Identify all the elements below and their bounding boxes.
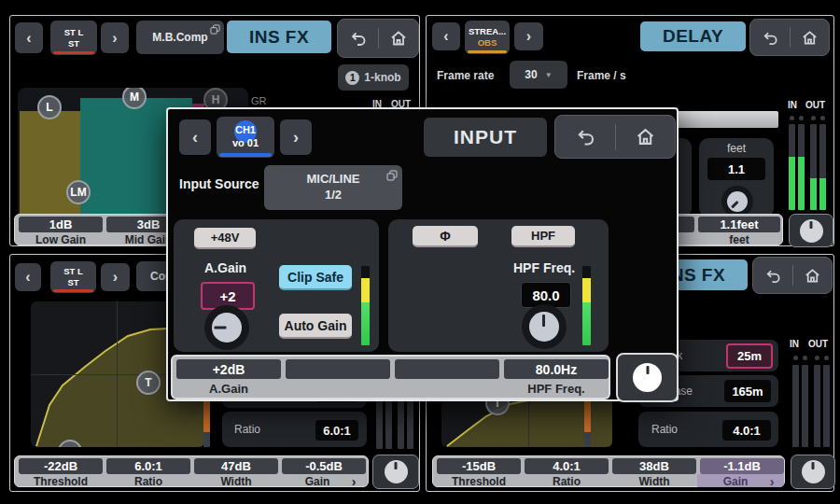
undo-icon[interactable]: [760, 28, 779, 48]
home-icon[interactable]: [634, 125, 657, 148]
prev-channel-button[interactable]: ‹: [15, 22, 43, 53]
knob-icon: [385, 460, 408, 483]
attack-value[interactable]: 25m: [726, 343, 773, 369]
chevron-right-icon: ›: [113, 269, 118, 286]
feet-knob[interactable]: [721, 186, 753, 217]
hpf-freq-knob[interactable]: [522, 304, 567, 349]
param-cell-threshold[interactable]: -15dB: [437, 458, 521, 474]
screen-title-delay[interactable]: DELAY: [640, 21, 746, 51]
release-value[interactable]: 165m: [724, 380, 771, 402]
param-cell-hpf[interactable]: 80.0Hz: [504, 359, 609, 379]
prev-channel-button[interactable]: ‹: [15, 263, 41, 291]
next-channel-button[interactable]: ›: [514, 22, 543, 50]
touch-knob-button[interactable]: [791, 455, 835, 489]
one-knob-badge-icon: 1: [345, 71, 359, 85]
ratio-label: Ratio: [651, 423, 678, 436]
ratio-value[interactable]: 4.0:1: [722, 420, 771, 441]
param-cell-low-gain[interactable]: 1dB: [19, 217, 103, 232]
in-meter-l: [789, 124, 795, 210]
param-label-width: Width: [612, 475, 696, 488]
undo-icon[interactable]: [573, 125, 596, 148]
system-buttons: [749, 19, 830, 56]
divider: [615, 124, 616, 150]
one-knob-button[interactable]: 1 1-knob: [338, 64, 409, 91]
touch-knob-button[interactable]: [372, 455, 419, 489]
param-cell-gain[interactable]: -0.5dB: [282, 458, 366, 474]
out-meter-r: [823, 365, 830, 447]
out-meter-l: [810, 124, 817, 210]
threshold-marker[interactable]: T: [136, 371, 161, 395]
next-channel-button[interactable]: ›: [101, 22, 129, 53]
touch-knob-button[interactable]: [789, 214, 833, 247]
feet-value[interactable]: 1.1: [707, 158, 765, 180]
out-meter-l: [814, 365, 820, 447]
input-modal: ‹ CH1 vo 01 › INPUT Input Source MIC/LIN…: [166, 107, 679, 401]
prev-channel-button[interactable]: ‹: [179, 119, 211, 155]
in-meter-r: [802, 365, 808, 447]
hpf-button[interactable]: HPF: [511, 226, 575, 247]
frame-rate-dropdown[interactable]: 30 ▼: [510, 61, 567, 89]
next-channel-button[interactable]: ›: [280, 119, 312, 155]
analog-gain-card: +48V A.Gain +2 Clip Safe Auto Gain: [174, 219, 379, 352]
chevron-right-icon: ›: [526, 28, 531, 45]
channel-select-button[interactable]: ST L ST: [50, 261, 96, 293]
ratio-value[interactable]: 6.0:1: [315, 420, 358, 441]
param-label-threshold: Threshold: [437, 475, 521, 488]
chevron-left-icon: ‹: [26, 30, 31, 47]
modal-title: INPUT: [424, 118, 547, 157]
low-gain-marker[interactable]: L: [37, 95, 62, 119]
param-cell-ratio[interactable]: 6.0:1: [106, 458, 190, 474]
chevron-right-icon[interactable]: ›: [765, 474, 778, 489]
param-cell[interactable]: [286, 359, 390, 379]
clip-safe-button[interactable]: Clip Safe: [279, 265, 352, 290]
dropdown-arrow-icon: ▼: [545, 71, 553, 79]
knob-icon: [800, 219, 823, 243]
chevron-left-icon: ‹: [192, 128, 198, 147]
prev-channel-button[interactable]: ‹: [432, 22, 460, 50]
param-bar: -22dB 6.0:1 47dB -0.5dB Threshold Ratio …: [14, 455, 369, 487]
in-meter-r: [798, 124, 805, 210]
again-knob[interactable]: [204, 305, 249, 350]
param-cell-ratio[interactable]: 4.0:1: [525, 458, 609, 474]
in-label: IN: [790, 339, 799, 349]
home-icon[interactable]: [803, 266, 822, 286]
fx-preset-button[interactable]: M.B.Comp: [136, 21, 224, 54]
undo-icon[interactable]: [347, 28, 368, 49]
phantom-power-button[interactable]: +48V: [194, 228, 256, 249]
channel-color-bar: [53, 289, 93, 292]
channel-select-button[interactable]: ST L ST: [50, 21, 97, 55]
param-cell-gain-selected[interactable]: -1.1dB: [700, 458, 784, 474]
out-label: OUT: [805, 100, 825, 110]
phase-button[interactable]: Φ: [413, 226, 478, 247]
next-channel-button[interactable]: ›: [101, 263, 130, 291]
param-cell-width[interactable]: 38dB: [612, 458, 696, 474]
param-label-feet: feet: [698, 233, 780, 246]
param-label-ratio: Ratio: [106, 475, 190, 488]
param-label-width: Width: [194, 475, 278, 488]
param-cell-threshold[interactable]: -22dB: [19, 458, 103, 474]
home-icon[interactable]: [388, 28, 409, 49]
param-cell-width[interactable]: 47dB: [194, 458, 278, 474]
again-label: A.Gain: [204, 260, 246, 275]
param-cell-feet[interactable]: 1.1feet: [698, 217, 780, 232]
chevron-right-icon[interactable]: ›: [347, 474, 360, 489]
undo-icon[interactable]: [763, 266, 782, 286]
param-label-gain: Gain: [282, 475, 353, 488]
home-icon[interactable]: [800, 28, 819, 48]
channel-select-button[interactable]: STREA... OBS: [465, 21, 510, 54]
auto-gain-button[interactable]: Auto Gain: [279, 314, 352, 339]
feet-param-card: feet 1.1: [699, 138, 774, 217]
knob-icon: [802, 460, 825, 483]
lm-crossover-marker[interactable]: LM: [66, 180, 91, 204]
param-cell-again[interactable]: +2dB: [176, 359, 281, 379]
chevron-right-icon: ›: [293, 128, 299, 147]
input-source-button[interactable]: MIC/LINE 1/2: [264, 165, 402, 210]
touch-knob-button[interactable]: [616, 353, 679, 402]
param-label-low-gain: Low Gain: [19, 233, 103, 246]
ratio-label: Ratio: [234, 423, 260, 436]
screen-title-insfx[interactable]: INS FX: [227, 21, 331, 53]
post-hpf-meter: [582, 266, 591, 345]
channel-select-button[interactable]: CH1 vo 01: [217, 117, 274, 158]
chevron-left-icon: ‹: [25, 269, 30, 286]
param-cell[interactable]: [395, 359, 499, 379]
